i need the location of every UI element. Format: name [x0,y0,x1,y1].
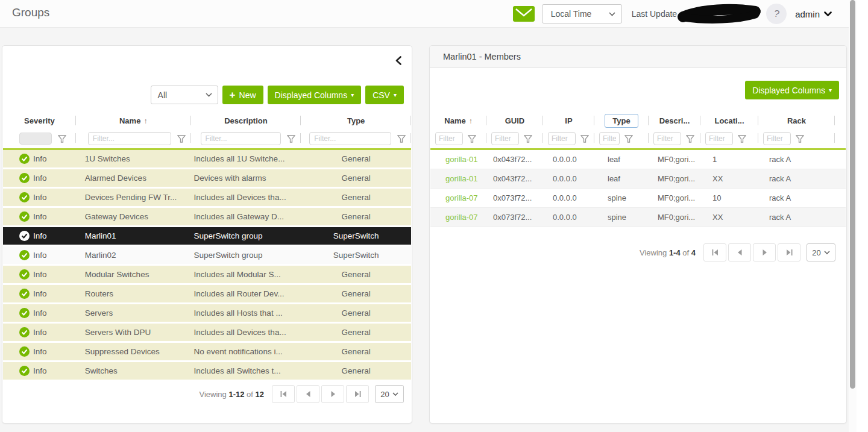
displayed-columns-button[interactable]: Displayed Columns ▾ [745,81,839,99]
column-header-location[interactable]: Locati... [700,113,758,129]
envelope-icon [513,6,535,22]
timezone-select[interactable]: Local Time [542,4,622,23]
description-filter-input[interactable] [653,132,681,145]
filter-funnel-icon[interactable] [686,135,694,143]
column-header-type-focused[interactable]: Type [594,113,649,129]
filter-funnel-icon[interactable] [177,135,186,143]
info-check-icon [19,173,30,183]
chevron-down-icon [824,251,830,255]
guid-filter-input[interactable] [491,132,519,145]
group-row[interactable]: Info Servers With DPU Includes all Devic… [3,324,411,341]
page-size-select[interactable]: 20 [807,243,835,261]
member-guid: 0x073f72... [486,193,543,202]
group-name: Servers [76,308,191,318]
member-name-link[interactable]: gorilla-07 [430,193,486,202]
group-row[interactable]: Info Gateway Devices Includes all Gatewa… [3,208,411,225]
column-header-description[interactable]: Description [191,113,301,129]
group-row[interactable]: Info Modular Switches Includes all Modul… [3,266,411,283]
severity-cell: Info [3,346,76,357]
group-name: Devices Pending FW Tr... [76,193,191,202]
filter-funnel-icon[interactable] [58,135,66,143]
member-row[interactable]: gorilla-01 0x043f72... 0.0.0.0 leaf MF0;… [430,169,846,189]
member-description: MF0;gori... [649,155,700,164]
location-filter-input[interactable] [705,132,733,145]
severity-filter-box[interactable] [19,133,52,145]
chevron-down-icon [609,12,615,16]
first-page-button[interactable] [703,243,726,261]
new-group-button[interactable]: + New [222,86,263,104]
scrollbar-thumb[interactable] [850,0,855,389]
displayed-columns-button[interactable]: Displayed Columns ▾ [268,86,362,104]
column-header-name[interactable]: Name ↑ [430,113,486,129]
group-description: Includes all Router Dev... [191,289,301,298]
filter-funnel-icon[interactable] [524,135,532,143]
last-page-button[interactable] [346,385,369,403]
page-size-select[interactable]: 20 [375,385,404,403]
column-header-ip[interactable]: IP [543,113,594,129]
members-filter-row [430,130,846,147]
description-filter-input[interactable] [201,132,281,145]
members-rows: gorilla-01 0x043f72... 0.0.0.0 leaf MF0;… [430,150,846,227]
filter-funnel-icon[interactable] [468,135,476,143]
member-description: MF0;gori... [649,213,700,222]
group-row[interactable]: Info Switches Includes all Switches t...… [3,362,411,380]
member-description: MF0;gori... [649,193,700,202]
group-row[interactable]: Info Alarmed Devices Devices with alarms… [3,169,411,187]
collapse-panel-button[interactable] [393,54,404,66]
member-name-link[interactable]: gorilla-01 [430,174,486,183]
last-page-button[interactable] [778,243,800,261]
filter-funnel-icon[interactable] [624,135,633,143]
member-name-link[interactable]: gorilla-01 [430,155,486,164]
type-filter-input[interactable] [599,132,620,145]
member-row[interactable]: gorilla-01 0x043f72... 0.0.0.0 leaf MF0;… [430,150,846,169]
type-filter-input[interactable] [309,132,391,145]
member-guid: 0x043f72... [486,174,543,183]
column-header-type[interactable]: Type [301,113,411,129]
member-rack: rack A [758,213,835,222]
first-page-button[interactable] [272,385,295,403]
next-page-button[interactable] [753,243,776,261]
ip-filter-input[interactable] [548,132,576,145]
user-menu[interactable]: admin [795,9,832,19]
group-description: Includes all Hosts that ... [191,308,301,318]
filter-funnel-icon[interactable] [796,135,804,143]
scrollbar-track[interactable] [849,0,857,432]
name-filter-input[interactable] [88,132,171,145]
column-header-guid[interactable]: GUID [486,113,543,129]
prev-page-button[interactable] [297,385,319,403]
rack-filter-input[interactable] [763,132,791,145]
last-update-label: Last Update [632,9,678,19]
name-filter-input[interactable] [435,132,463,145]
column-header-name[interactable]: Name ↑ [76,113,191,129]
group-row[interactable]: Info Marlin02 SuperSwitch group SuperSwi… [3,246,411,264]
group-type: General [301,193,411,202]
column-header-severity[interactable]: Severity [3,113,76,129]
csv-export-button[interactable]: CSV ▾ [365,86,404,104]
filter-funnel-icon[interactable] [397,135,406,143]
group-row[interactable]: Info Suppressed Devices No event notific… [3,343,411,360]
group-type: General [301,347,411,356]
group-row[interactable]: Info Devices Pending FW Tr... Includes a… [3,189,411,206]
prev-page-button[interactable] [728,243,751,261]
group-row-selected[interactable]: Info Marlin01 SuperSwitch group SuperSwi… [3,227,411,245]
group-row[interactable]: Info Servers Includes all Hosts that ...… [3,304,411,322]
help-button[interactable]: ? [766,4,787,24]
group-row[interactable]: Info Routers Includes all Router Dev... … [3,285,411,302]
group-scope-select[interactable]: All [151,86,218,104]
group-row[interactable]: Info 1U Switches Includes all 1U Switche… [3,150,411,167]
member-row[interactable]: gorilla-07 0x073f72... 0.0.0.0 spine MF0… [430,208,846,227]
member-row[interactable]: gorilla-07 0x073f72... 0.0.0.0 spine MF0… [430,189,846,208]
filter-funnel-icon[interactable] [738,135,746,143]
group-description: Includes all Gateway D... [191,212,301,221]
group-name: Switches [76,366,191,375]
column-header-rack[interactable]: Rack [758,113,835,129]
next-page-button[interactable] [321,385,344,403]
info-check-icon [19,211,30,222]
filter-funnel-icon[interactable] [580,135,589,143]
filter-funnel-icon[interactable] [287,135,295,143]
groups-table-header: Severity Name ↑ Description Type [3,113,411,129]
member-rack: rack A [758,155,835,164]
member-name-link[interactable]: gorilla-07 [430,213,486,222]
mail-button[interactable] [513,6,535,22]
column-header-description[interactable]: Descri... [649,113,700,129]
